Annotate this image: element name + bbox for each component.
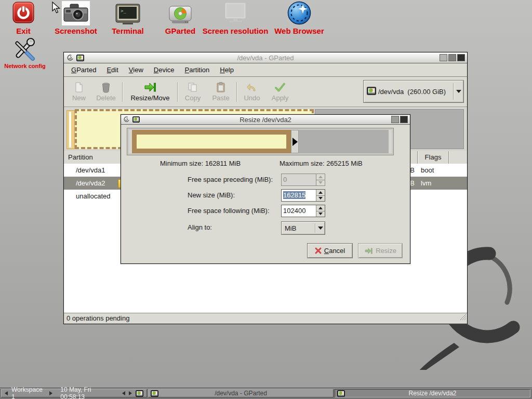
device-label: /dev/vda (260.00 GiB) <box>378 88 453 96</box>
web-browser-icon[interactable] <box>286 1 313 28</box>
paste-icon <box>215 82 227 93</box>
spinner[interactable] <box>316 190 325 201</box>
copy-button[interactable]: Copy <box>179 78 206 105</box>
exit-icon[interactable] <box>12 2 34 25</box>
device-dropdown-arrow <box>454 90 463 93</box>
pager-right-icon[interactable] <box>129 391 132 395</box>
network-config-label: Network config <box>1 63 49 69</box>
menu-gparted[interactable]: GParted <box>66 64 101 75</box>
free-space-following-label: Free space following (MiB): <box>188 207 270 215</box>
undo-button[interactable]: Undo <box>238 78 265 105</box>
flags-value: lvm <box>421 177 431 190</box>
toolbar-separator <box>122 82 123 102</box>
menu-edit[interactable]: Edit <box>101 64 123 75</box>
main-window-title: /dev/vda - GParted <box>64 54 467 62</box>
mouse-cursor <box>52 2 62 16</box>
task-title: /dev/vda - GParted <box>215 390 267 397</box>
partition-name: /dev/vda1 <box>76 164 105 177</box>
menu-device[interactable]: Device <box>149 64 180 75</box>
resize-arrow-icon <box>364 247 373 255</box>
gparted-icon[interactable] <box>168 5 192 27</box>
resize-button[interactable]: Resize <box>358 243 403 258</box>
cancel-x-icon <box>315 247 322 254</box>
menu-partition[interactable]: Partition <box>180 64 215 75</box>
terminal-label: Terminal <box>102 26 154 35</box>
maximize-button[interactable] <box>448 54 456 61</box>
spin-up-icon <box>316 174 325 180</box>
pending-operations-status: 0 operations pending <box>64 314 129 322</box>
resize-dialog: Resize /dev/vda2 Minimum size: 162811 Mi… <box>121 114 410 264</box>
spin-up-icon <box>316 190 325 196</box>
free-space-preceding-label: Free space preceding (MiB): <box>188 176 273 183</box>
screen-resolution-icon[interactable] <box>223 2 248 26</box>
svg-text:>_: >_ <box>121 8 126 14</box>
spin-down-icon <box>316 180 325 186</box>
close-button[interactable] <box>457 54 465 61</box>
screenshot-icon[interactable] <box>62 1 90 25</box>
workspace-next-icon[interactable] <box>49 391 52 395</box>
workspace-prev-icon[interactable] <box>5 391 8 395</box>
column-header-partition[interactable]: Partition <box>68 151 93 163</box>
taskbar: Workspace 1 10 May, Fri 00:58:13 <box>0 388 532 399</box>
device-selector[interactable]: /dev/vda (260.00 GiB) <box>363 80 464 103</box>
web-browser-label: Web Browser <box>268 26 330 35</box>
apply-icon <box>274 82 286 93</box>
gparted-desktop-label: GParted <box>154 26 206 35</box>
slider-right-cap <box>389 130 392 153</box>
field-value: 102400 <box>282 205 316 217</box>
slider-right-handle[interactable] <box>291 130 299 153</box>
pager-left-icon[interactable] <box>122 391 125 395</box>
apply-button[interactable]: Apply <box>265 78 295 105</box>
toolbar-separator <box>236 82 237 102</box>
task-button-gparted[interactable]: /dev/vda - GParted <box>148 389 334 397</box>
screenshot-label: Screenshot <box>45 26 107 35</box>
resize-label: Resize <box>376 247 396 255</box>
screen-resolution-label: Screen resolution <box>199 26 272 35</box>
dialog-close-button[interactable] <box>400 116 408 123</box>
slider-partition-area[interactable] <box>132 130 291 153</box>
align-to-combobox[interactable]: MiB <box>281 221 325 235</box>
task-button-resize-dialog[interactable]: Resize /dev/vda2 <box>335 389 530 397</box>
menu-view[interactable]: View <box>124 64 149 75</box>
free-space-following-field[interactable]: 102400 <box>281 205 325 217</box>
menu-help[interactable]: Help <box>215 64 239 75</box>
new-partition-icon <box>73 82 85 93</box>
main-title-bar[interactable]: /dev/vda - GParted <box>64 52 467 63</box>
maximum-size-label: Maximum size: 265215 MiB <box>280 159 363 167</box>
dialog-title-bar[interactable]: Resize /dev/vda2 <box>121 115 410 125</box>
spinner <box>316 174 325 185</box>
toolbar: New Delete Resize/Move <box>64 77 467 107</box>
task-title: Resize /dev/vda2 <box>408 390 456 397</box>
minimum-size-label: Minimum size: 162811 MiB <box>160 159 241 167</box>
column-header-flags[interactable]: Flags <box>418 151 448 163</box>
partition-name: unallocated <box>76 190 111 203</box>
terminal-icon[interactable]: >_ <box>115 4 141 27</box>
network-config-icon[interactable] <box>11 38 38 63</box>
dialog-maximize-button[interactable] <box>391 116 399 123</box>
delete-button[interactable]: Delete <box>91 78 121 105</box>
vda1-segment[interactable] <box>66 110 75 149</box>
workspace-label: Workspace 1 <box>11 386 46 399</box>
new-size-field[interactable]: 162815 <box>281 189 325 202</box>
flags-value: boot <box>421 164 434 177</box>
resize-slider-widget <box>127 128 394 155</box>
paste-button[interactable]: Paste <box>206 78 235 105</box>
dialog-title: Resize /dev/vda2 <box>121 116 410 124</box>
new-button[interactable]: New <box>67 78 91 105</box>
align-to-label: Align to: <box>188 223 212 231</box>
cancel-label: Cancel <box>324 247 345 255</box>
spinner[interactable] <box>316 205 325 217</box>
slider-unallocated-area[interactable] <box>299 130 389 153</box>
selected-field-value: 162815 <box>283 191 305 199</box>
new-size-label: New size (MiB): <box>188 191 235 199</box>
spin-down-icon <box>316 211 325 217</box>
resize-grip[interactable] <box>459 313 467 323</box>
resize-move-button[interactable]: Resize/Move <box>124 78 176 105</box>
free-space-preceding-field: 0 <box>281 174 325 186</box>
delete-partition-icon <box>100 82 112 93</box>
align-selected-value: MiB <box>282 224 315 232</box>
resize-move-icon <box>144 82 156 93</box>
minimize-button[interactable] <box>440 54 447 61</box>
cancel-button[interactable]: Cancel <box>307 243 353 258</box>
workspace-pager[interactable]: Workspace 1 10 May, Fri 00:58:13 <box>1 389 147 397</box>
